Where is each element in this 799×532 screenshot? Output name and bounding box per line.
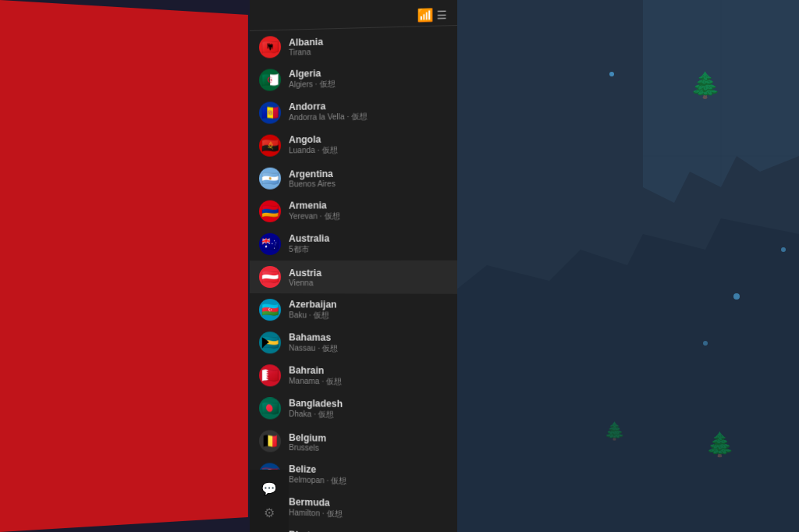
country-city: Nassau · 仮想	[289, 342, 447, 355]
country-city: Buenos Aires	[289, 178, 447, 188]
country-flag: 🇦🇹	[259, 266, 281, 288]
country-city: Yerevan · 仮想	[289, 210, 447, 222]
list-icon: ☰	[437, 8, 448, 21]
country-flag: 🇧🇸	[259, 332, 281, 353]
country-info: Armenia Yerevan · 仮想	[289, 199, 447, 222]
country-name: Armenia	[289, 199, 447, 211]
red-background	[0, 0, 248, 532]
country-info: Bhutan Thimphu · 仮想	[289, 529, 447, 532]
country-name: Bhutan	[289, 529, 447, 532]
country-name: Australia	[289, 232, 447, 244]
country-flag: 🇦🇱	[259, 36, 281, 59]
country-item[interactable]: 🇧🇪 Belgium Brussels	[250, 424, 457, 462]
country-info: Belize Belmopan · 仮想	[289, 463, 447, 489]
chat-icon[interactable]: 💬	[261, 481, 277, 496]
country-info: Austria Vienna	[289, 268, 447, 288]
country-info: Albania Tirana	[289, 33, 447, 56]
country-item[interactable]: 🇩🇿 Algeria Algiers · 仮想	[250, 59, 457, 97]
country-info: Angola Luanda · 仮想	[289, 132, 447, 156]
svg-point-6	[733, 293, 740, 300]
country-item[interactable]: 🇦🇿 Azerbaijan Baku · 仮想	[250, 293, 457, 328]
country-flag: 🇦🇴	[259, 134, 281, 156]
country-flag: 🇦🇩	[259, 101, 281, 124]
svg-point-5	[609, 72, 614, 76]
country-info: Bangladesh Dhaka · 仮想	[289, 398, 447, 423]
country-flag: 🇧🇩	[259, 397, 281, 420]
country-city: Luanda · 仮想	[289, 144, 447, 157]
country-item[interactable]: 🇦🇷 Argentina Buenos Aires	[250, 160, 457, 195]
country-item[interactable]: 🇧🇸 Bahamas Nassau · 仮想	[250, 326, 457, 361]
country-city: Andorra la Vella · 仮想	[289, 110, 447, 124]
country-item[interactable]: 🇦🇹 Austria Vienna	[250, 261, 457, 294]
country-item[interactable]: 🇧🇭 Bahrain Manama · 仮想	[250, 359, 457, 395]
country-item[interactable]: 🇦🇲 Armenia Yerevan · 仮想	[250, 193, 457, 228]
country-city: Algiers · 仮想	[289, 76, 447, 90]
country-info: Algeria Algiers · 仮想	[289, 65, 447, 90]
svg-point-7	[781, 247, 786, 252]
settings-icon[interactable]: ⚙	[264, 505, 275, 520]
svg-point-8	[703, 341, 708, 346]
country-info: Belgium Brussels	[289, 431, 447, 454]
country-item[interactable]: 🇧🇩 Bangladesh Dhaka · 仮想	[250, 392, 457, 428]
country-flag: 🇦🇷	[259, 168, 281, 190]
country-info: Bermuda Hamilton · 仮想	[289, 496, 447, 523]
country-item[interactable]: 🇦🇱 Albania Tirana	[250, 26, 457, 64]
country-flag: 🇧🇪	[259, 430, 281, 452]
signal-icon: 📶	[417, 7, 434, 23]
bottom-nav: 💬 ⚙	[250, 470, 289, 532]
country-name: Azerbaijan	[289, 299, 447, 310]
country-city: Baku · 仮想	[289, 310, 447, 321]
country-info: Bahrain Manama · 仮想	[289, 365, 447, 389]
country-flag: 🇦🇿	[259, 299, 281, 321]
country-city: 5都市	[289, 243, 447, 255]
country-info: Andorra Andorra la Vella · 仮想	[289, 98, 447, 123]
country-item[interactable]: 🇦🇩 Andorra Andorra la Vella · 仮想	[250, 93, 457, 129]
country-info: Argentina Buenos Aires	[289, 167, 447, 188]
country-flag: 🇦🇺	[259, 233, 281, 255]
country-item[interactable]: 🇦🇺 Australia 5都市	[250, 227, 457, 261]
country-name: Austria	[289, 268, 447, 278]
country-city: Manama · 仮想	[289, 376, 447, 389]
country-flag: 🇦🇲	[259, 200, 281, 222]
country-city: Vienna	[289, 278, 447, 288]
country-list-container: 🇦🇱 Albania Tirana 🇩🇿 Algeria Algiers · 仮…	[250, 26, 457, 532]
sidebar: 📶 ☰ 🇦🇱 Albania Tirana 🇩🇿 Algeria Algiers…	[250, 0, 457, 532]
country-city: Dhaka · 仮想	[289, 409, 447, 423]
country-list: 📶 ☰ 🇦🇱 Albania Tirana 🇩🇿 Algeria Algiers…	[250, 0, 457, 532]
country-info: Australia 5都市	[289, 232, 447, 255]
country-info: Bahamas Nassau · 仮想	[289, 332, 447, 355]
country-item[interactable]: 🇦🇴 Angola Luanda · 仮想	[250, 126, 457, 162]
svg-text:🌲: 🌲	[705, 431, 735, 459]
svg-text:🌲: 🌲	[690, 70, 721, 100]
country-flag: 🇩🇿	[259, 69, 281, 91]
svg-text:🌲: 🌲	[604, 420, 626, 442]
country-info: Azerbaijan Baku · 仮想	[289, 299, 447, 321]
country-flag: 🇧🇭	[259, 364, 281, 386]
